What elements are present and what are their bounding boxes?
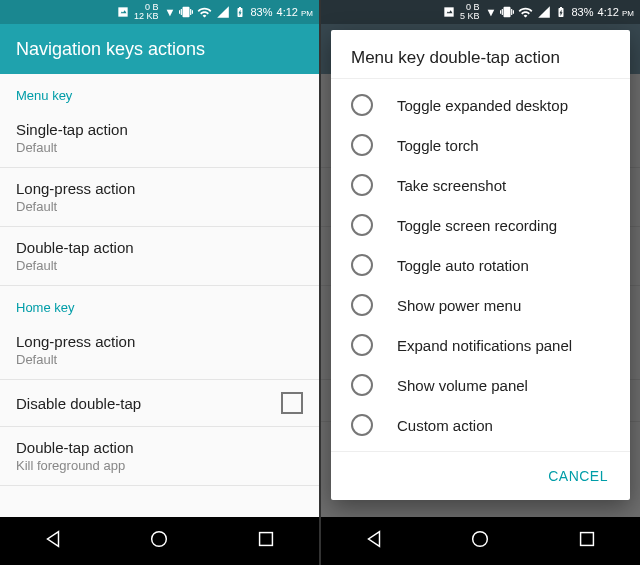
clock-time: 4:12 PM [277, 6, 313, 18]
setting-item[interactable]: Single-tap actionDefault [0, 109, 319, 168]
svg-rect-0 [118, 7, 127, 16]
dialog-option[interactable]: Custom action [331, 405, 630, 445]
radio-icon [351, 294, 373, 316]
dialog-option[interactable]: Expand notifications panel [331, 325, 630, 365]
back-button[interactable] [363, 528, 385, 554]
arrow-down-icon: ▼ [165, 6, 176, 18]
section-header: Menu key [0, 74, 319, 109]
setting-subtitle: Default [16, 199, 303, 214]
radio-icon [351, 174, 373, 196]
battery-pct: 83% [571, 6, 593, 18]
option-label: Toggle screen recording [397, 217, 557, 234]
screenshot-notif-icon [116, 5, 130, 19]
option-label: Toggle expanded desktop [397, 97, 568, 114]
arrow-down-icon: ▼ [486, 6, 497, 18]
wifi-icon [518, 5, 533, 20]
radio-icon [351, 94, 373, 116]
app-bar: Navigation keys actions [0, 24, 319, 74]
setting-title: Long-press action [16, 333, 303, 350]
wifi-icon [197, 5, 212, 20]
recents-button[interactable] [576, 528, 598, 554]
setting-item[interactable]: Double-tap actionDefault [0, 227, 319, 286]
clock-time: 4:12 PM [598, 6, 634, 18]
page-title: Navigation keys actions [16, 39, 205, 60]
setting-item[interactable]: Long-press actionDefault [0, 321, 319, 380]
recents-button[interactable] [255, 528, 277, 554]
option-label: Take screenshot [397, 177, 506, 194]
statusbar: 0 B5 KB ▼ 83% 4:12 PM [321, 0, 640, 24]
setting-title: Double-tap action [16, 239, 303, 256]
svg-rect-5 [580, 533, 593, 546]
screenshot-notif-icon [442, 5, 456, 19]
option-label: Toggle auto rotation [397, 257, 529, 274]
dialog-actions: CANCEL [331, 451, 630, 500]
settings-list[interactable]: Menu keySingle-tap actionDefaultLong-pre… [0, 74, 319, 517]
battery-charging-icon [234, 5, 246, 19]
setting-item[interactable]: Double-tap actionKill foreground app [0, 427, 319, 486]
svg-point-4 [473, 532, 488, 547]
net-speed: 0 B5 KB [460, 3, 480, 21]
dialog-option[interactable]: Toggle screen recording [331, 205, 630, 245]
battery-pct: 83% [250, 6, 272, 18]
signal-icon [216, 5, 230, 19]
radio-icon [351, 134, 373, 156]
statusbar: 0 B12 KB ▼ 83% 4:12 PM [0, 0, 319, 24]
setting-item[interactable]: Disable double-tap [0, 380, 319, 427]
svg-rect-2 [259, 533, 272, 546]
svg-point-1 [152, 532, 167, 547]
home-button[interactable] [148, 528, 170, 554]
setting-item[interactable]: Long-press actionDefault [0, 168, 319, 227]
setting-title: Long-press action [16, 180, 303, 197]
setting-subtitle: Default [16, 352, 303, 367]
setting-subtitle: Kill foreground app [16, 458, 303, 473]
setting-subtitle: Default [16, 258, 303, 273]
dialog-option[interactable]: Toggle expanded desktop [331, 85, 630, 125]
option-label: Expand notifications panel [397, 337, 572, 354]
dialog-option[interactable]: Take screenshot [331, 165, 630, 205]
setting-title: Disable double-tap [16, 395, 141, 412]
checkbox[interactable] [281, 392, 303, 414]
option-label: Show volume panel [397, 377, 528, 394]
option-label: Toggle torch [397, 137, 479, 154]
setting-subtitle: Default [16, 140, 303, 155]
signal-icon [537, 5, 551, 19]
home-button[interactable] [469, 528, 491, 554]
action-picker-dialog: Menu key double-tap action Toggle expand… [331, 30, 630, 500]
dialog-option[interactable]: Toggle torch [331, 125, 630, 165]
dialog-option[interactable]: Show volume panel [331, 365, 630, 405]
system-navbar [321, 517, 640, 565]
phone-left: 0 B12 KB ▼ 83% 4:12 PM Navigation keys a… [0, 0, 319, 565]
system-navbar [0, 517, 319, 565]
vibrate-icon [500, 5, 514, 19]
section-header: Home key [0, 286, 319, 321]
vibrate-icon [179, 5, 193, 19]
dialog-title: Menu key double-tap action [331, 30, 630, 79]
svg-rect-3 [444, 7, 453, 16]
net-speed: 0 B12 KB [134, 3, 159, 21]
cancel-button[interactable]: CANCEL [538, 460, 618, 492]
dialog-option[interactable]: Toggle auto rotation [331, 245, 630, 285]
option-label: Show power menu [397, 297, 521, 314]
radio-icon [351, 374, 373, 396]
radio-icon [351, 214, 373, 236]
dialog-options[interactable]: Toggle expanded desktopToggle torchTake … [331, 79, 630, 451]
setting-title: Single-tap action [16, 121, 303, 138]
phone-right: 0 B5 KB ▼ 83% 4:12 PM N MSDLDDDHLDD Menu… [321, 0, 640, 565]
radio-icon [351, 254, 373, 276]
radio-icon [351, 334, 373, 356]
radio-icon [351, 414, 373, 436]
battery-charging-icon [555, 5, 567, 19]
dialog-option[interactable]: Show power menu [331, 285, 630, 325]
back-button[interactable] [42, 528, 64, 554]
setting-title: Double-tap action [16, 439, 303, 456]
option-label: Custom action [397, 417, 493, 434]
